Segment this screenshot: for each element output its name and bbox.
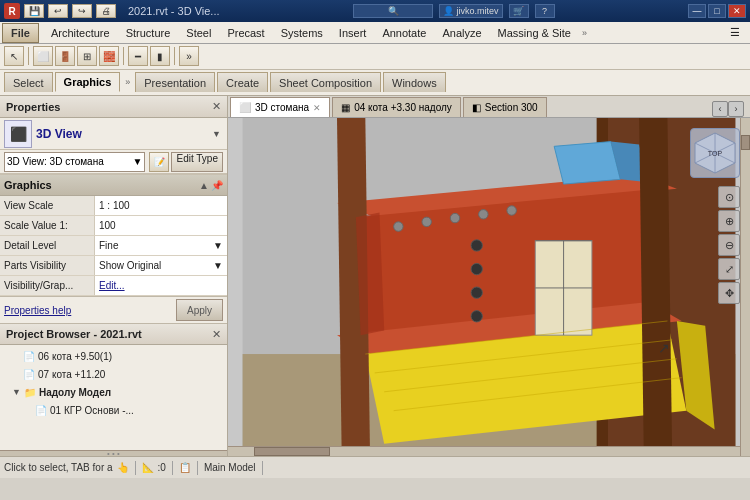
menu-steel[interactable]: Steel	[178, 25, 219, 41]
prop-visibility: Visibility/Grap... Edit...	[0, 276, 227, 296]
prop-scale-value-val[interactable]: 100	[95, 216, 227, 235]
tree-icon-1: 📄	[23, 369, 35, 380]
svg-marker-21	[639, 118, 672, 456]
project-browser-close-btn[interactable]: ✕	[212, 328, 221, 341]
cart-btn[interactable]: 🛒	[509, 4, 529, 18]
edit-type-button[interactable]: Edit Type	[171, 152, 223, 172]
tab-graphics[interactable]: Graphics	[55, 72, 121, 92]
column-btn[interactable]: ▮	[150, 46, 170, 66]
fit-btn[interactable]: ⤢	[718, 258, 740, 280]
search-btn[interactable]: 🔍	[353, 4, 433, 18]
print-btn[interactable]: 🖨	[96, 4, 116, 18]
door-btn[interactable]: 🚪	[55, 46, 75, 66]
menu-structure[interactable]: Structure	[118, 25, 179, 41]
view-tab-section[interactable]: ◧ Section 300	[463, 97, 547, 117]
menu-annotate[interactable]: Annotate	[374, 25, 434, 41]
tab-create[interactable]: Create	[217, 72, 268, 92]
prop-detail-level-value[interactable]: Fine ▼	[95, 236, 227, 255]
section-expand-icon[interactable]: ▲	[199, 180, 209, 191]
dropdown-arrow-icon: ▼	[133, 156, 143, 167]
user-btn[interactable]: 👤 jivko.mitev	[439, 4, 503, 18]
tree-expand-icon-2: ▼	[12, 387, 21, 397]
menu-architecture[interactable]: Architecture	[43, 25, 118, 41]
tree-item-2[interactable]: ▼ 📁 Надолу Модел	[0, 383, 227, 401]
tab-scroll-left[interactable]: ‹	[712, 101, 728, 117]
wall-btn[interactable]: ⬜	[33, 46, 53, 66]
tree-label-1: 07 кота +11.20	[38, 369, 105, 380]
pan-btn[interactable]: ✥	[718, 282, 740, 304]
properties-close-btn[interactable]: ✕	[212, 100, 221, 113]
graphics-section-title: Graphics	[4, 179, 52, 191]
menu-more[interactable]: »	[579, 28, 590, 38]
view-tab-section-label: Section 300	[485, 102, 538, 113]
title-bar-text: 2021.rvt - 3D Vie...	[128, 5, 220, 17]
maximize-btn[interactable]: □	[708, 4, 726, 18]
properties-table: View Scale 1 : 100 Scale Value 1: 100 De…	[0, 196, 227, 296]
menu-analyze[interactable]: Analyze	[434, 25, 489, 41]
view-tab-floor[interactable]: ▦ 04 кота +3.30 надолу	[332, 97, 461, 117]
menu-extra[interactable]: ☰	[722, 24, 748, 41]
orbit-btn[interactable]: ⊙	[718, 186, 740, 208]
svg-marker-30	[356, 212, 384, 335]
properties-help-link[interactable]: Properties help	[4, 305, 71, 316]
modify-btn[interactable]: ↖	[4, 46, 24, 66]
prop-parts-vis-value[interactable]: Show Original ▼	[95, 256, 227, 275]
tab-scroll-right[interactable]: ›	[728, 101, 744, 117]
scrollbar-thumb-h[interactable]	[254, 447, 331, 456]
panel-resize-handle[interactable]: • • •	[0, 450, 227, 456]
menu-insert[interactable]: Insert	[331, 25, 375, 41]
menu-file[interactable]: File	[2, 23, 39, 43]
viewport-scrollbar-v[interactable]	[740, 118, 750, 456]
svg-point-16	[450, 213, 459, 222]
view-tab-close-btn[interactable]: ✕	[313, 103, 321, 113]
model-label: Main Model	[204, 462, 256, 473]
beam-btn[interactable]: ━	[128, 46, 148, 66]
menu-systems[interactable]: Systems	[273, 25, 331, 41]
tree-icon-0: 📄	[23, 351, 35, 362]
3d-scene	[228, 118, 750, 456]
redo-btn[interactable]: ↪	[72, 4, 92, 18]
view-tab-3d-stomana[interactable]: ⬜ 3D стомана ✕	[230, 97, 330, 117]
status-separator3	[197, 461, 198, 475]
tab-presentation[interactable]: Presentation	[135, 72, 215, 92]
minimize-btn[interactable]: —	[688, 4, 706, 18]
undo-btn[interactable]: ↩	[48, 4, 68, 18]
tree-item-3[interactable]: 📄 01 КГР Основи -...	[0, 401, 227, 419]
menu-precast[interactable]: Precast	[219, 25, 272, 41]
view-type-label: 3D View	[36, 127, 206, 141]
view-tab-3d-label: 3D стомана	[255, 102, 309, 113]
properties-header: Properties ✕	[0, 96, 227, 118]
tab-windows[interactable]: Windows	[383, 72, 446, 92]
apply-button[interactable]: Apply	[176, 299, 223, 321]
viewport[interactable]: TOP ⊙ ⊕ ⊖ ⤢ ✥ ↗	[228, 118, 750, 456]
tree-item-1[interactable]: 📄 07 кота +11.20	[0, 365, 227, 383]
status-separator2	[172, 461, 173, 475]
tab-sheet-composition[interactable]: Sheet Composition	[270, 72, 381, 92]
quick-access-btn[interactable]: 💾	[24, 4, 44, 18]
viewport-scrollbar-h[interactable]	[228, 446, 740, 456]
section-pin-icon[interactable]: 📌	[211, 180, 223, 191]
view-name-dropdown[interactable]: 3D View: 3D стомана ▼	[4, 152, 145, 172]
menu-massing[interactable]: Massing & Site	[490, 25, 579, 41]
prop-visibility-value[interactable]: Edit...	[95, 276, 227, 295]
window-btn[interactable]: ⊞	[77, 46, 97, 66]
nav-cube[interactable]: TOP	[690, 128, 740, 178]
detail-level-dropdown-icon: ▼	[213, 240, 223, 251]
title-bar: R 💾 ↩ ↪ 🖨 2021.rvt - 3D Vie... 🔍 👤 jivko…	[0, 0, 750, 22]
view-tab-floor-label: 04 кота +3.30 надолу	[354, 102, 452, 113]
status-bar: Click to select, TAB for a 👆 📐 :0 📋 Main…	[0, 456, 750, 478]
view-type-dropdown-btn[interactable]: ▼	[210, 127, 223, 141]
tab-select[interactable]: Select	[4, 72, 53, 92]
prop-view-scale-value[interactable]: 1 : 100	[95, 196, 227, 215]
close-btn[interactable]: ✕	[728, 4, 746, 18]
zoom-in-btn[interactable]: ⊕	[718, 210, 740, 232]
edit-type-icon-btn[interactable]: 📝	[149, 152, 169, 172]
component-btn[interactable]: 🧱	[99, 46, 119, 66]
zoom-out-btn[interactable]: ⊖	[718, 234, 740, 256]
view-name-text: 3D View: 3D стомана	[7, 156, 104, 167]
help-btn[interactable]: ?	[535, 4, 555, 18]
more-btn[interactable]: »	[179, 46, 199, 66]
scrollbar-thumb-v[interactable]	[741, 135, 750, 150]
tree-item-0[interactable]: 📄 06 кота +9.50(1)	[0, 347, 227, 365]
status-separator	[135, 461, 136, 475]
